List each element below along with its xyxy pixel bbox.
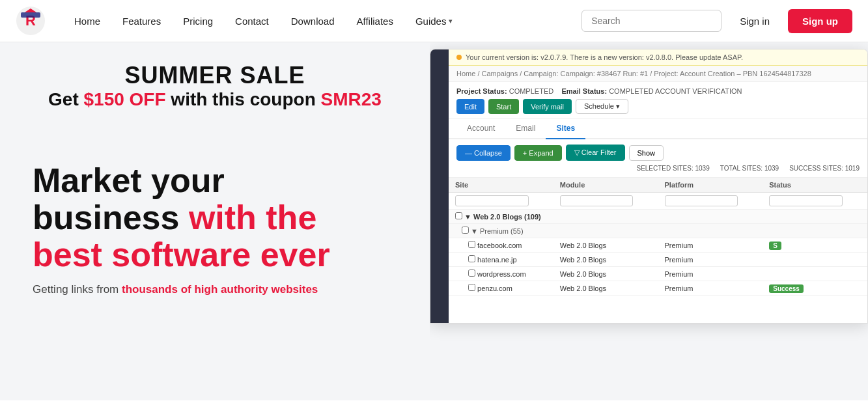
col-module: Module [553,178,658,193]
filter-site-input[interactable] [455,195,529,206]
app-tabs: Account Email Sites [449,118,867,139]
collapse-button[interactable]: — Collapse [456,145,511,161]
start-button[interactable]: Start [488,99,519,114]
action-buttons: Edit Start Verify mail Schedule ▾ [456,99,860,114]
hero-section: SUMMER SALE Get $150 OFF with this coupo… [0,42,868,400]
app-main: Your current version is: v2.0.7.9. There… [449,49,867,323]
row-checkbox[interactable] [468,270,475,277]
tab-account[interactable]: Account [456,118,505,139]
total-sites-stat: TOTAL SITES: 1039 [720,165,779,172]
svg-rect-2 [21,12,40,18]
filter-module-input[interactable] [560,195,634,206]
verify-mail-button[interactable]: Verify mail [523,99,572,114]
status-badge: Success [769,284,804,293]
show-button[interactable]: Show [629,145,664,161]
success-sites-stat: SUCCESS SITES: 1019 [789,165,860,172]
sites-stats: SELECTED SITES: 1039 TOTAL SITES: 1039 S… [636,165,860,172]
hero-tagline: Market your business with the best softw… [33,162,397,296]
nav-links: Home Features Pricing Contact Download A… [65,10,574,32]
table-row: hatena.ne.jp Web 2.0 Blogs Premium [449,253,867,267]
summer-sale-banner: SUMMER SALE Get $150 OFF with this coupo… [33,62,397,110]
chevron-down-icon: ▾ [449,17,453,25]
table-row: facebook.com Web 2.0 Blogs Premium S [449,238,867,253]
hero-right: Your current version is: v2.0.7.9. There… [430,42,868,400]
project-status-bar: Project Status: COMPLETED Email Status: … [449,82,867,118]
sale-subtitle: Get $150 OFF with this coupon SMR23 [33,89,397,110]
table-row: ▼ Premium (55) [449,224,867,238]
group-checkbox[interactable] [455,212,462,219]
app-sidebar [430,49,449,323]
update-banner: Your current version is: v2.0.7.9. There… [449,49,867,66]
tab-email[interactable]: Email [505,118,546,139]
col-site: Site [449,178,553,193]
schedule-button[interactable]: Schedule ▾ [576,99,628,114]
nav-right: Sign in Sign up [581,9,852,33]
filter-status-input[interactable] [769,195,843,206]
logo[interactable]: R [16,6,46,36]
hero-heading: Market your business with the best softw… [33,162,397,274]
table-row: penzu.com Web 2.0 Blogs Premium Success [449,281,867,296]
sites-toolbar: — Collapse + Expand ▽ Clear Filter Show … [449,139,867,178]
update-text: Your current version is: v2.0.7.9. There… [466,53,743,61]
sites-table: Site Module Platform Status [449,178,867,296]
coupon-code: SMR23 [321,89,382,109]
nav-home[interactable]: Home [65,10,109,32]
search-input[interactable] [581,10,721,32]
row-checkbox[interactable] [468,241,475,248]
subgroup-checkbox[interactable] [462,227,469,234]
navbar: R Home Features Pricing Contact Download… [0,0,868,42]
filter-platform-input[interactable] [665,195,738,206]
nav-pricing[interactable]: Pricing [174,10,222,32]
expand-button[interactable]: + Expand [514,145,562,161]
table-row: ▼ Web 2.0 Blogs (109) [449,210,867,224]
hero-subtext: Getting links from thousands of high aut… [33,283,397,296]
signin-button[interactable]: Sign in [729,10,780,32]
tab-sites[interactable]: Sites [546,118,585,139]
status-badge: S [769,242,781,250]
clear-filter-button[interactable]: ▽ Clear Filter [566,145,625,161]
selected-sites-stat: SELECTED SITES: 1039 [636,165,709,172]
nav-affiliates[interactable]: Affiliates [348,10,402,32]
status-line: Project Status: COMPLETED Email Status: … [456,87,860,95]
sale-title: SUMMER SALE [33,62,397,89]
update-dot-icon [456,55,462,60]
breadcrumb: Home / Campaigns / Campaign: Campaign: #… [449,66,867,82]
signup-button[interactable]: Sign up [788,9,852,33]
col-status: Status [763,178,867,193]
hero-left: SUMMER SALE Get $150 OFF with this coupo… [0,42,430,400]
sale-amount: $150 OFF [84,89,166,109]
nav-features[interactable]: Features [113,10,170,32]
nav-guides[interactable]: Guides ▾ [406,10,462,32]
edit-button[interactable]: Edit [456,99,484,114]
table-header-row: Site Module Platform Status [449,178,867,193]
app-inner: Your current version is: v2.0.7.9. There… [430,49,867,323]
nav-download[interactable]: Download [282,10,344,32]
row-checkbox[interactable] [468,255,475,262]
nav-contact[interactable]: Contact [226,10,278,32]
table-filter-row [449,193,867,210]
row-checkbox[interactable] [468,284,475,291]
sites-table-container: Site Module Platform Status [449,178,867,296]
table-row: wordpress.com Web 2.0 Blogs Premium [449,267,867,281]
app-screenshot: Your current version is: v2.0.7.9. There… [430,49,868,324]
col-platform: Platform [658,178,763,193]
